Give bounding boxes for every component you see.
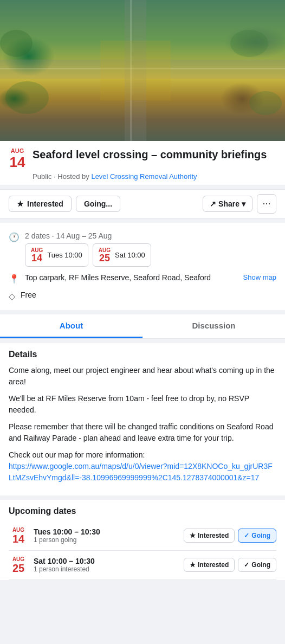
dates-summary: 2 dates · 14 Aug – 25 Aug [25, 231, 276, 240]
upcoming-going-btn-1[interactable]: ✓ Going [238, 529, 276, 543]
upcoming-attendance-2: 1 person interested [34, 565, 184, 573]
upcoming-date-2: AUG 25 [9, 556, 28, 574]
date-chip-1: AUG 14 Tues 10:00 [25, 243, 88, 267]
tabs: About Discussion [0, 314, 285, 339]
star-icon-1: ★ [190, 532, 196, 539]
upcoming-actions-1: ★ Interested ✓ Going [184, 529, 276, 543]
upcoming-going-btn-2[interactable]: ✓ Going [238, 558, 276, 572]
svg-point-8 [249, 91, 282, 115]
map-url-link[interactable]: https://www.google.com.au/maps/d/u/0/vie… [9, 462, 273, 482]
upcoming-info-2: Sat 10:00 – 10:30 1 person interested [34, 557, 184, 573]
upcoming-actions-2: ★ Interested ✓ Going [184, 558, 276, 572]
upcoming-time-1: Tues 10:00 – 10:30 [34, 527, 184, 536]
svg-rect-4 [100, 41, 171, 100]
event-host: Public · Hosted by Level Crossing Remova… [9, 172, 276, 181]
location-content: Top carpark, RF Miles Reserve, Seaford R… [25, 273, 276, 282]
upcoming-month-1: AUG [9, 527, 28, 533]
going-button[interactable]: Going... [76, 196, 120, 212]
upcoming-section: Upcoming dates AUG 14 Tues 10:00 – 10:30… [0, 500, 285, 580]
star-icon-2: ★ [190, 561, 196, 569]
dates-row: 🕐 2 dates · 14 Aug – 25 Aug AUG 14 Tues … [9, 228, 276, 270]
location-row: 📍 Top carpark, RF Miles Reserve, Seaford… [9, 270, 276, 287]
about-section: Details Come along, meet our project eng… [0, 343, 285, 495]
upcoming-item-2: AUG 25 Sat 10:00 – 10:30 1 person intere… [9, 551, 276, 580]
price-row: ◇ Free [9, 287, 276, 305]
about-paragraph-3: Please remember that there will be chang… [9, 421, 276, 444]
upcoming-month-2: AUG [9, 556, 28, 562]
check-icon-1: ✓ [244, 532, 249, 539]
chip2-time: Sat 10:00 [115, 251, 145, 259]
show-map-link[interactable]: Show map [243, 273, 276, 281]
event-info-card: AUG 14 Seaford level crossing – communit… [0, 141, 285, 185]
upcoming-info-1: Tues 10:00 – 10:30 1 person going [34, 527, 184, 544]
hero-image [0, 0, 285, 141]
svg-point-6 [230, 30, 268, 57]
upcoming-interested-btn-2[interactable]: ★ Interested [184, 558, 235, 572]
about-paragraph-2: We'll be at RF Miles Reserve from 10am -… [9, 393, 276, 416]
upcoming-time-2: Sat 10:00 – 10:30 [34, 557, 184, 565]
about-paragraph-1: Come along, meet our project engineer an… [9, 365, 276, 388]
action-bar: ★ Interested Going... ↗ Share ▾ ··· [0, 189, 285, 218]
about-paragraph-4: Check out our map for more information: … [9, 449, 276, 484]
chevron-down-icon: ▾ [242, 199, 245, 208]
svg-point-5 [5, 81, 49, 114]
more-options-button[interactable]: ··· [257, 194, 276, 214]
upcoming-date-1: AUG 14 [9, 527, 28, 545]
upcoming-attendance-1: 1 person going [34, 536, 184, 544]
upcoming-title: Upcoming dates [9, 506, 276, 516]
host-link[interactable]: Level Crossing Removal Authority [91, 172, 197, 181]
chip1-day: 14 [31, 253, 43, 263]
chip1-time: Tues 10:00 [47, 251, 82, 259]
event-details-section: 🕐 2 dates · 14 Aug – 25 Aug AUG 14 Tues … [0, 223, 285, 310]
share-icon: ↗ [210, 199, 216, 208]
upcoming-day-1: 14 [9, 533, 28, 545]
interested-button[interactable]: ★ Interested [9, 196, 72, 212]
dates-content: 2 dates · 14 Aug – 25 Aug AUG 14 Tues 10… [25, 231, 276, 267]
chip2-day: 25 [99, 253, 111, 263]
event-day: 14 [9, 154, 26, 170]
upcoming-interested-btn-1[interactable]: ★ Interested [184, 529, 235, 543]
tab-discussion[interactable]: Discussion [142, 314, 285, 338]
details-title: Details [9, 350, 276, 359]
upcoming-item-1: AUG 14 Tues 10:00 – 10:30 1 person going… [9, 521, 276, 551]
event-title: Seaford level crossing – community brief… [33, 147, 276, 162]
tab-about[interactable]: About [0, 314, 142, 338]
upcoming-day-2: 25 [9, 562, 28, 574]
date-chips: AUG 14 Tues 10:00 AUG 25 Sat 10:00 [25, 243, 276, 267]
location-text: Top carpark, RF Miles Reserve, Seaford R… [25, 273, 211, 282]
date-chip-2: AUG 25 Sat 10:00 [93, 243, 151, 267]
price-label: Free [21, 291, 36, 299]
share-button[interactable]: ↗ Share ▾ [203, 196, 252, 212]
price-icon: ◇ [9, 291, 15, 301]
svg-point-7 [0, 30, 33, 57]
check-icon-2: ✓ [244, 561, 249, 569]
location-icon: 📍 [9, 274, 20, 284]
event-date-block: AUG 14 [9, 147, 26, 170]
clock-icon: 🕐 [9, 232, 20, 242]
star-icon: ★ [17, 199, 24, 208]
